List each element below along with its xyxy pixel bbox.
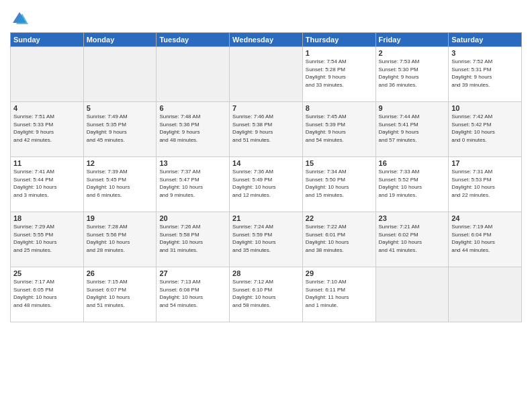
- day-info: Sunrise: 7:19 AM Sunset: 6:04 PM Dayligh…: [451, 223, 519, 254]
- day-number: 12: [87, 159, 154, 167]
- calendar-week-row: 25Sunrise: 7:17 AM Sunset: 6:05 PM Dayli…: [11, 267, 522, 322]
- calendar-cell: [375, 267, 449, 322]
- calendar-cell: 2Sunrise: 7:53 AM Sunset: 5:30 PM Daylig…: [375, 47, 449, 102]
- calendar-cell: 29Sunrise: 7:10 AM Sunset: 6:11 PM Dayli…: [302, 267, 375, 322]
- day-number: 15: [306, 159, 373, 167]
- day-info: Sunrise: 7:26 AM Sunset: 5:58 PM Dayligh…: [159, 223, 226, 254]
- day-info: Sunrise: 7:41 AM Sunset: 5:44 PM Dayligh…: [13, 168, 81, 199]
- calendar-cell: 11Sunrise: 7:41 AM Sunset: 5:44 PM Dayli…: [11, 157, 84, 212]
- logo-icon: [10, 9, 29, 28]
- day-number: 11: [13, 159, 81, 167]
- calendar-week-row: 1Sunrise: 7:54 AM Sunset: 5:28 PM Daylig…: [11, 47, 522, 102]
- day-info: Sunrise: 7:39 AM Sunset: 5:45 PM Dayligh…: [87, 168, 154, 199]
- day-number: 8: [306, 104, 373, 112]
- day-number: 21: [232, 214, 300, 222]
- calendar-cell: [449, 267, 522, 322]
- col-header-sunday: Sunday: [11, 33, 84, 47]
- day-number: 9: [379, 104, 446, 112]
- calendar-week-row: 18Sunrise: 7:29 AM Sunset: 5:55 PM Dayli…: [11, 212, 522, 267]
- day-number: 3: [451, 49, 519, 57]
- calendar-cell: [230, 47, 303, 102]
- day-info: Sunrise: 7:21 AM Sunset: 6:02 PM Dayligh…: [379, 223, 446, 254]
- day-number: 17: [451, 159, 519, 167]
- day-number: 14: [232, 159, 300, 167]
- day-number: 27: [159, 269, 226, 277]
- day-info: Sunrise: 7:31 AM Sunset: 5:53 PM Dayligh…: [451, 168, 519, 199]
- calendar-cell: 8Sunrise: 7:45 AM Sunset: 5:39 PM Daylig…: [302, 102, 375, 157]
- col-header-friday: Friday: [375, 33, 449, 47]
- day-number: 19: [87, 214, 154, 222]
- calendar-cell: 24Sunrise: 7:19 AM Sunset: 6:04 PM Dayli…: [449, 212, 522, 267]
- day-info: Sunrise: 7:42 AM Sunset: 5:42 PM Dayligh…: [451, 113, 519, 144]
- day-number: 26: [87, 269, 154, 277]
- day-number: 22: [306, 214, 373, 222]
- calendar-cell: 25Sunrise: 7:17 AM Sunset: 6:05 PM Dayli…: [11, 267, 84, 322]
- calendar-cell: 12Sunrise: 7:39 AM Sunset: 5:45 PM Dayli…: [83, 157, 157, 212]
- day-info: Sunrise: 7:34 AM Sunset: 5:50 PM Dayligh…: [306, 168, 373, 199]
- calendar-cell: 10Sunrise: 7:42 AM Sunset: 5:42 PM Dayli…: [449, 102, 522, 157]
- calendar-week-row: 11Sunrise: 7:41 AM Sunset: 5:44 PM Dayli…: [11, 157, 522, 212]
- calendar-cell: 3Sunrise: 7:52 AM Sunset: 5:31 PM Daylig…: [449, 47, 522, 102]
- day-info: Sunrise: 7:45 AM Sunset: 5:39 PM Dayligh…: [306, 113, 373, 144]
- day-info: Sunrise: 7:46 AM Sunset: 5:38 PM Dayligh…: [232, 113, 300, 144]
- calendar-week-row: 4Sunrise: 7:51 AM Sunset: 5:33 PM Daylig…: [11, 102, 522, 157]
- day-info: Sunrise: 7:13 AM Sunset: 6:08 PM Dayligh…: [159, 278, 226, 309]
- day-info: Sunrise: 7:53 AM Sunset: 5:30 PM Dayligh…: [379, 58, 446, 89]
- day-info: Sunrise: 7:54 AM Sunset: 5:28 PM Dayligh…: [306, 58, 373, 89]
- calendar-cell: [157, 47, 230, 102]
- calendar-cell: [83, 47, 157, 102]
- day-number: 23: [379, 214, 446, 222]
- calendar-cell: 4Sunrise: 7:51 AM Sunset: 5:33 PM Daylig…: [11, 102, 84, 157]
- logo: [10, 9, 32, 28]
- calendar-cell: 28Sunrise: 7:12 AM Sunset: 6:10 PM Dayli…: [230, 267, 303, 322]
- day-info: Sunrise: 7:22 AM Sunset: 6:01 PM Dayligh…: [306, 223, 373, 254]
- calendar-cell: 5Sunrise: 7:49 AM Sunset: 5:35 PM Daylig…: [83, 102, 157, 157]
- day-number: 10: [451, 104, 519, 112]
- calendar-cell: 16Sunrise: 7:33 AM Sunset: 5:52 PM Dayli…: [375, 157, 449, 212]
- day-info: Sunrise: 7:37 AM Sunset: 5:47 PM Dayligh…: [159, 168, 226, 199]
- day-number: 25: [13, 269, 81, 277]
- day-number: 28: [232, 269, 300, 277]
- calendar-cell: 7Sunrise: 7:46 AM Sunset: 5:38 PM Daylig…: [230, 102, 303, 157]
- calendar-cell: 15Sunrise: 7:34 AM Sunset: 5:50 PM Dayli…: [302, 157, 375, 212]
- day-info: Sunrise: 7:10 AM Sunset: 6:11 PM Dayligh…: [306, 278, 373, 309]
- day-info: Sunrise: 7:48 AM Sunset: 5:36 PM Dayligh…: [159, 113, 226, 144]
- calendar-cell: 20Sunrise: 7:26 AM Sunset: 5:58 PM Dayli…: [157, 212, 230, 267]
- calendar-cell: 22Sunrise: 7:22 AM Sunset: 6:01 PM Dayli…: [302, 212, 375, 267]
- col-header-tuesday: Tuesday: [157, 33, 230, 47]
- calendar-cell: 27Sunrise: 7:13 AM Sunset: 6:08 PM Dayli…: [157, 267, 230, 322]
- calendar-cell: 18Sunrise: 7:29 AM Sunset: 5:55 PM Dayli…: [11, 212, 84, 267]
- day-number: 24: [451, 214, 519, 222]
- calendar-cell: 9Sunrise: 7:44 AM Sunset: 5:41 PM Daylig…: [375, 102, 449, 157]
- calendar-cell: 13Sunrise: 7:37 AM Sunset: 5:47 PM Dayli…: [157, 157, 230, 212]
- day-number: 20: [159, 214, 226, 222]
- day-info: Sunrise: 7:52 AM Sunset: 5:31 PM Dayligh…: [451, 58, 519, 89]
- col-header-thursday: Thursday: [302, 33, 375, 47]
- day-number: 13: [159, 159, 226, 167]
- calendar-cell: 17Sunrise: 7:31 AM Sunset: 5:53 PM Dayli…: [449, 157, 522, 212]
- col-header-saturday: Saturday: [449, 33, 522, 47]
- day-number: 4: [13, 104, 81, 112]
- calendar-cell: 26Sunrise: 7:15 AM Sunset: 6:07 PM Dayli…: [83, 267, 157, 322]
- day-number: 7: [232, 104, 300, 112]
- col-header-wednesday: Wednesday: [230, 33, 303, 47]
- day-info: Sunrise: 7:12 AM Sunset: 6:10 PM Dayligh…: [232, 278, 300, 309]
- calendar-cell: 19Sunrise: 7:28 AM Sunset: 5:56 PM Dayli…: [83, 212, 157, 267]
- day-info: Sunrise: 7:28 AM Sunset: 5:56 PM Dayligh…: [87, 223, 154, 254]
- day-info: Sunrise: 7:51 AM Sunset: 5:33 PM Dayligh…: [13, 113, 81, 144]
- calendar-cell: 21Sunrise: 7:24 AM Sunset: 5:59 PM Dayli…: [230, 212, 303, 267]
- day-number: 29: [306, 269, 373, 277]
- calendar-header-row: SundayMondayTuesdayWednesdayThursdayFrid…: [11, 33, 522, 47]
- day-info: Sunrise: 7:17 AM Sunset: 6:05 PM Dayligh…: [13, 278, 81, 309]
- day-number: 18: [13, 214, 81, 222]
- day-info: Sunrise: 7:24 AM Sunset: 5:59 PM Dayligh…: [232, 223, 300, 254]
- day-number: 16: [379, 159, 446, 167]
- day-number: 2: [379, 49, 446, 57]
- calendar-cell: 6Sunrise: 7:48 AM Sunset: 5:36 PM Daylig…: [157, 102, 230, 157]
- day-number: 5: [87, 104, 154, 112]
- calendar-cell: 14Sunrise: 7:36 AM Sunset: 5:49 PM Dayli…: [230, 157, 303, 212]
- calendar-table: SundayMondayTuesdayWednesdayThursdayFrid…: [10, 32, 522, 322]
- calendar-cell: [11, 47, 84, 102]
- calendar-cell: 1Sunrise: 7:54 AM Sunset: 5:28 PM Daylig…: [302, 47, 375, 102]
- day-info: Sunrise: 7:44 AM Sunset: 5:41 PM Dayligh…: [379, 113, 446, 144]
